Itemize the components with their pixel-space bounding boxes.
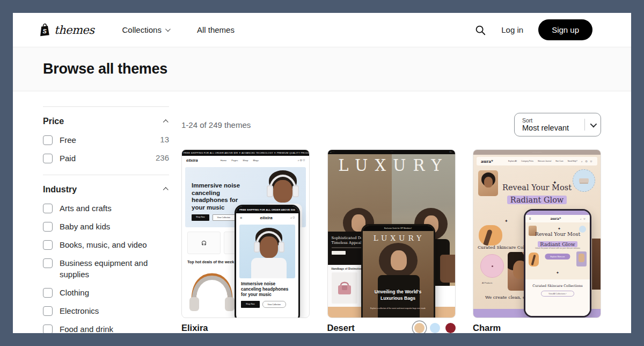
shopify-themes-logo[interactable]: S themes: [39, 23, 94, 37]
phone-product-left: [529, 253, 539, 266]
phone-mockup: · · · · · · · · ≡ aura* ⌕ ⛉ ✦ Reveal You…: [524, 209, 591, 318]
mini-nav-icons: ⌕ ⏻ ⛉: [298, 158, 305, 162]
phone-announcement: · · · · · · · ·: [525, 211, 590, 215]
checkbox[interactable]: [43, 258, 53, 268]
desert-brand-word: LUXURY: [328, 156, 455, 175]
results-count: 1-24 of 249 themes: [181, 120, 251, 129]
shopify-themes-page: S themes Collections All themes Log in S…: [13, 13, 631, 333]
charm-topbar: · · · · · · · · ·: [473, 150, 601, 155]
charm-heading-2: Radiant Glow: [473, 195, 601, 205]
filter-option-arts-and-crafts[interactable]: Arts and crafts: [43, 201, 169, 217]
filter-title-price: Price: [43, 117, 64, 126]
sparkle-icon: ✦: [556, 271, 559, 275]
page-header-band: Browse all themes: [13, 47, 631, 91]
mini-product-card: 🎧: [187, 232, 221, 254]
filter-option-paid[interactable]: Paid 236: [43, 151, 169, 167]
hand-product-photo: [479, 225, 502, 246]
phone-subtext: Explore a collection of the rarest and m…: [370, 307, 426, 310]
view-all-collections-pill: View All Collections ›: [541, 291, 574, 297]
chevron-down-icon: [165, 26, 171, 32]
results-main: 1-24 of 249 themes Sort Most relevant FR…: [181, 91, 601, 333]
chevron-up-icon: [163, 187, 169, 192]
mini-button: [332, 251, 346, 255]
filter-option-baby-and-kids[interactable]: Baby and kids: [43, 219, 169, 235]
nav-link-all-themes[interactable]: All themes: [197, 25, 235, 34]
theme-title-desert[interactable]: Desert: [327, 323, 355, 333]
results-header: 1-24 of 249 themes Sort Most relevant: [181, 113, 601, 136]
swatch-blue[interactable]: [430, 323, 440, 333]
theme-title-charm[interactable]: Charm: [473, 323, 501, 333]
desert-topbar: ≡ · · ·· · ·⛉ ⌕: [328, 150, 455, 154]
page-title: Browse all themes: [43, 61, 167, 77]
brand-wordmark: themes: [54, 24, 94, 37]
theme-preview-desert[interactable]: ≡ · · ·· · ·⛉ ⌕ LUXURY Sophisticated Des…: [327, 149, 456, 318]
charm-heading-1: Reveal Your Most: [473, 183, 601, 192]
filter-section-industry[interactable]: Industry: [43, 175, 169, 201]
nav-right-group: Log in Sign up: [474, 19, 592, 40]
checkbox[interactable]: [43, 222, 53, 232]
filter-option-books-music-video[interactable]: Books, music, and video: [43, 237, 169, 253]
phone-announcement: Exclusive Deals for VIP Members!: [363, 226, 434, 231]
sparkle-icon: ✦: [553, 180, 557, 185]
checkbox[interactable]: [43, 306, 53, 316]
explore-skincare-button: Explore Skincare: [545, 254, 570, 260]
theme-card-desert[interactable]: ≡ · · ·· · ·⛉ ⌕ LUXURY Sophisticated Des…: [327, 149, 456, 333]
theme-preview-charm[interactable]: · · · · · · · · · aura* Explore All Cate…: [473, 149, 601, 318]
aura-logo: aura*: [481, 159, 493, 164]
checkbox-free[interactable]: [43, 135, 53, 145]
sort-dropdown[interactable]: Sort Most relevant: [514, 113, 601, 136]
phone-heading: Immersive noise canceling headphones for…: [241, 282, 295, 298]
count-paid: 236: [156, 153, 169, 162]
shopify-bag-icon: S: [39, 23, 50, 37]
sort-label: Sort: [522, 117, 569, 124]
login-link[interactable]: Log in: [501, 25, 523, 34]
color-swatches: [414, 323, 456, 333]
all-products-label: All Products: [482, 282, 492, 284]
theme-card-elixira[interactable]: FREE SHIPPING FOR ALL ORDER ABOVE $99 ✦ …: [181, 149, 310, 333]
handbag-product-pink: [332, 272, 357, 304]
checkbox[interactable]: [43, 204, 53, 213]
filter-sidebar: Price Free 13 Paid 236 Industry Arts and…: [43, 91, 169, 333]
sort-value: Most relevant: [522, 124, 569, 133]
announcement-bar: FREE SHIPPING FOR ALL ORDER ABOVE $99 ✦ …: [182, 150, 309, 156]
filter-option-free[interactable]: Free 13: [43, 133, 169, 148]
phone-brand-word: LUXURY: [363, 234, 434, 242]
browser-frame: S themes Collections All themes Log in S…: [0, 0, 644, 346]
mini-nav-icons: ⌕ ⏻ ⛉: [581, 160, 593, 163]
headphones-product-image: [186, 267, 238, 313]
handbag-photo-right: [440, 255, 456, 283]
chevron-up-icon: [163, 119, 169, 125]
theme-preview-elixira[interactable]: FREE SHIPPING FOR ALL ORDER ABOVE $99 ✦ …: [181, 149, 310, 318]
background-photo-edge: [592, 239, 601, 290]
checkbox[interactable]: [43, 288, 53, 298]
signup-button[interactable]: Sign up: [538, 19, 592, 40]
content-area: Price Free 13 Paid 236 Industry Arts and…: [13, 91, 631, 333]
elixira-logo: elixira: [186, 158, 198, 163]
phone-nav-icons: ⌕ ⛉: [580, 218, 586, 220]
theme-title-elixira[interactable]: Elixira: [181, 323, 208, 333]
search-icon[interactable]: [474, 24, 486, 36]
checkbox-paid[interactable]: [43, 154, 53, 163]
nav-link-collections[interactable]: Collections: [122, 25, 169, 34]
phone-hero-photo: [239, 225, 295, 278]
phone-mockup: FREE SHIPPING FOR ALL ORDER ABOVE $99 ≡ …: [235, 205, 300, 318]
filter-option-electronics[interactable]: Electronics: [43, 304, 169, 319]
phone-nav-icons: ⌕ ⛉: [290, 216, 295, 220]
filter-section-price[interactable]: Price: [43, 107, 169, 133]
phone-product-right: [576, 251, 587, 266]
filter-option-food-and-drink[interactable]: Food and drink: [43, 322, 169, 333]
filter-title-industry: Industry: [43, 185, 77, 194]
swatch-maroon[interactable]: [445, 323, 456, 333]
chevron-down-icon: [590, 120, 597, 127]
count-free: 13: [160, 135, 169, 144]
sparkle-icon: ✦: [558, 227, 561, 231]
checkbox[interactable]: [43, 240, 53, 250]
checkbox[interactable]: [43, 325, 53, 333]
filter-option-business-equipment[interactable]: Business equipment and supplies: [43, 256, 169, 283]
svg-text:S: S: [43, 28, 47, 34]
filter-option-clothing[interactable]: Clothing: [43, 285, 169, 301]
phone-announcement: FREE SHIPPING FOR ALL ORDER ABOVE $99: [236, 206, 298, 213]
sparkle-icon: ✦: [504, 219, 508, 224]
swatch-tan[interactable]: [414, 323, 425, 333]
theme-card-charm[interactable]: · · · · · · · · · aura* Explore All Cate…: [473, 149, 601, 333]
